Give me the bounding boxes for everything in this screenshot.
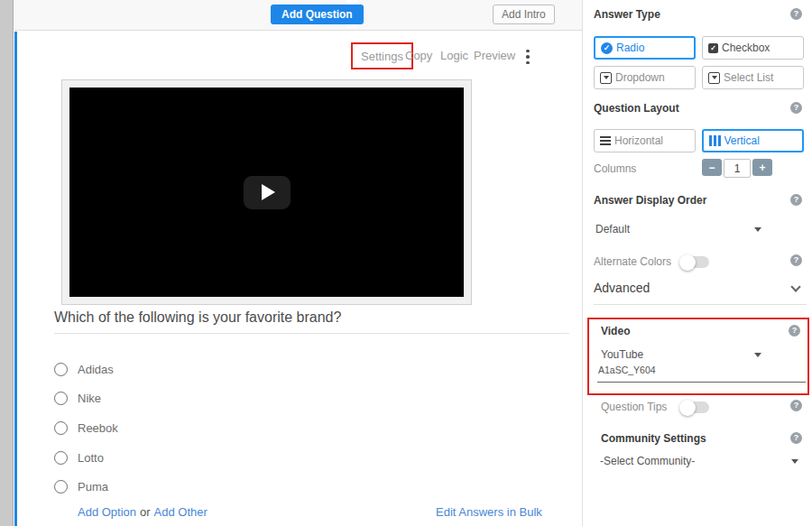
radio-button-icon[interactable] — [54, 363, 68, 376]
tab-settings[interactable]: Settings — [361, 50, 403, 63]
video-screen — [69, 88, 464, 297]
tab-preview[interactable]: Preview — [474, 49, 515, 62]
video-provider-select[interactable]: YouTube — [601, 348, 643, 361]
chevron-down-icon[interactable] — [791, 459, 798, 464]
chevron-down-icon[interactable] — [754, 353, 761, 357]
columns-label: Columns — [594, 162, 636, 175]
chevron-down-icon[interactable] — [754, 227, 761, 232]
community-settings-label: Community Settings — [601, 432, 706, 445]
play-button[interactable] — [244, 176, 291, 209]
video-id-input-underline — [597, 382, 806, 383]
columns-stepper: − 1 + — [702, 159, 772, 178]
option-label: Nike — [78, 392, 101, 405]
answer-type-checkbox-button[interactable]: Checkbox — [702, 36, 804, 60]
help-icon[interactable] — [789, 325, 800, 337]
answer-type-select-list-button[interactable]: Select List — [702, 66, 804, 89]
option-label: Puma — [78, 480, 108, 494]
help-icon[interactable] — [790, 8, 802, 20]
option-label: Lotto — [78, 451, 104, 465]
answer-type-radio-button[interactable]: Radio — [594, 36, 696, 60]
question-title-underline — [54, 333, 569, 334]
video-player-frame — [61, 79, 472, 305]
horizontal-lines-icon — [600, 136, 611, 145]
answer-option-row[interactable]: Nike — [54, 391, 101, 405]
help-icon[interactable] — [790, 254, 802, 266]
question-title[interactable]: Which of the following is your favorite … — [54, 309, 341, 326]
answer-type-option-label: Dropdown — [615, 71, 665, 84]
answer-display-order-label: Answer Display Order — [594, 194, 706, 207]
answer-option-row[interactable]: Adidas — [54, 362, 114, 376]
layout-option-label: Horizontal — [614, 134, 663, 147]
tab-copy[interactable]: Copy — [405, 49, 432, 62]
option-label: Reebok — [78, 421, 118, 435]
layout-option-label: Vertical — [724, 134, 760, 147]
dropdown-icon — [600, 72, 612, 84]
add-other-link[interactable]: Add Other — [154, 505, 208, 519]
video-label: Video — [601, 325, 630, 337]
settings-highlight-box: Settings — [351, 42, 413, 69]
answer-type-option-label: Select List — [724, 71, 773, 84]
radio-selected-icon — [601, 42, 613, 54]
help-icon[interactable] — [790, 102, 802, 114]
question-layout-label: Question Layout — [594, 102, 679, 115]
answer-type-label: Answer Type — [594, 8, 660, 21]
left-gray-rail — [0, 0, 14, 526]
vertical-bars-icon — [709, 135, 721, 146]
survey-builder-page: Add Question Add Intro Settings Copy Log… — [0, 0, 812, 526]
columns-value[interactable]: 1 — [724, 159, 751, 178]
answer-option-row[interactable]: Puma — [54, 479, 108, 494]
alternate-colors-toggle[interactable] — [681, 256, 709, 268]
display-order-select[interactable]: Default — [595, 223, 630, 235]
tab-logic[interactable]: Logic — [440, 49, 468, 62]
radio-button-icon[interactable] — [54, 421, 68, 435]
option-label: Adidas — [78, 363, 114, 376]
toggle-knob — [679, 400, 696, 416]
radio-button-icon[interactable] — [54, 392, 68, 405]
add-intro-button[interactable]: Add Intro — [493, 5, 555, 24]
question-tips-toggle[interactable] — [681, 401, 709, 413]
alternate-colors-label: Alternate Colors — [594, 255, 671, 268]
help-icon[interactable] — [790, 432, 802, 444]
answer-type-option-label: Radio — [616, 42, 644, 54]
answer-option-row[interactable]: Reebok — [54, 420, 118, 435]
select-list-icon — [708, 72, 720, 84]
edit-answers-in-bulk-link[interactable]: Edit Answers in Bulk — [436, 505, 542, 519]
toggle-knob — [679, 254, 696, 271]
answer-type-dropdown-button[interactable]: Dropdown — [594, 66, 696, 89]
add-question-button[interactable]: Add Question — [271, 5, 364, 24]
help-icon[interactable] — [790, 194, 802, 206]
columns-increment-button[interactable]: + — [752, 159, 772, 176]
section-divider — [594, 304, 807, 305]
layout-vertical-button[interactable]: Vertical — [702, 129, 804, 152]
columns-decrement-button[interactable]: − — [702, 159, 722, 176]
help-icon[interactable] — [790, 400, 802, 411]
layout-horizontal-button[interactable]: Horizontal — [594, 129, 696, 152]
advanced-section-toggle[interactable]: Advanced — [594, 281, 650, 295]
radio-button-icon[interactable] — [54, 480, 68, 494]
answer-option-row[interactable]: Lotto — [54, 450, 104, 465]
community-select[interactable]: -Select Community- — [600, 455, 695, 467]
option-actions: Add Option or Add Other — [78, 505, 208, 519]
checkbox-icon — [708, 43, 718, 53]
more-options-kebab-icon[interactable] — [526, 48, 530, 66]
radio-button-icon[interactable] — [54, 451, 68, 465]
video-id-input[interactable]: A1aSC_Y604 — [598, 365, 656, 375]
add-option-link[interactable]: Add Option — [78, 505, 136, 519]
question-tips-label: Question Tips — [601, 401, 667, 413]
answer-type-option-label: Checkbox — [722, 42, 770, 54]
or-text: or — [140, 505, 151, 519]
